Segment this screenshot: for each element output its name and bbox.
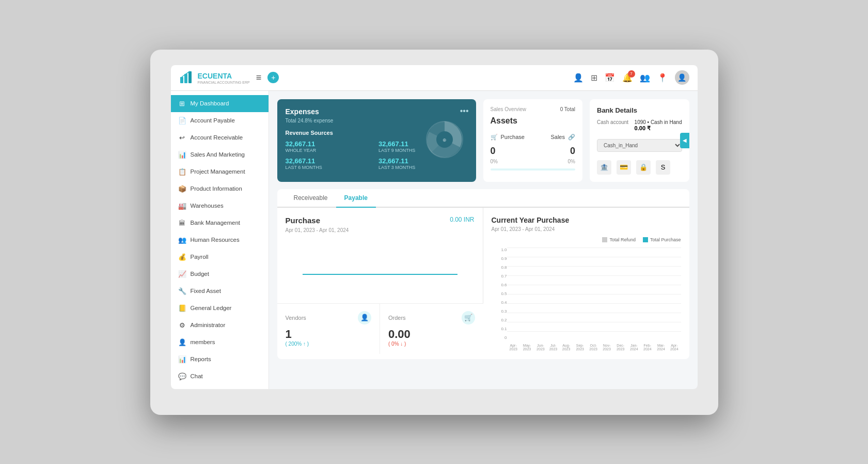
tab-payable[interactable]: Payable — [336, 189, 376, 208]
svg-text:⊕: ⊕ — [443, 137, 447, 143]
orders-card: Orders 🛒 0.00 ( 0% ↓ ) — [380, 303, 483, 354]
users-icon[interactable]: 👥 — [640, 73, 650, 83]
sidebar-item-chat[interactable]: 💬 Chat — [171, 368, 269, 385]
sidebar-item-payroll[interactable]: 💰 Payroll — [171, 249, 269, 266]
grid-icon[interactable]: ⊞ — [591, 73, 597, 83]
content-area: ••• Expenses Total 24.8% expense Revenue… — [269, 91, 698, 389]
grid-line-1 — [507, 248, 681, 248]
legend-purchase: Total Purchase — [643, 237, 681, 242]
purchase-amount: 0.00 INR — [450, 216, 474, 223]
bell-icon[interactable]: 🔔 7 — [622, 73, 633, 83]
sidebar-item-members[interactable]: 👤 members — [171, 334, 269, 351]
bank-amount: 0.00 ₹ — [635, 125, 682, 132]
top-bar: ECUENTA FINANCIAL ACCOUNTING ERP ≡ + 👤 ⊞… — [171, 65, 698, 91]
tabs-header: Receiveable Payable — [277, 189, 689, 208]
expenses-menu[interactable]: ••• — [460, 106, 469, 116]
logo-text: ECUENTA FINANCIAL ACCOUNTING ERP — [198, 71, 250, 84]
tab-receiveable[interactable]: Receiveable — [286, 189, 336, 208]
bank-lock-icon[interactable]: 🔒 — [636, 160, 651, 175]
rev-period-4: LAST 3 MONTHS — [378, 165, 468, 170]
svg-rect-1 — [184, 74, 187, 83]
menu-icon[interactable]: ≡ — [256, 72, 262, 83]
assets-progress-bar — [491, 168, 576, 171]
y-axis: 1.0 0.9 0.8 0.7 0.6 0.5 0.4 0.3 0.2 0. — [492, 248, 507, 341]
grid-line-2 — [507, 257, 681, 257]
rev-value-3: 32,667.11 — [286, 157, 375, 165]
bank-deposit-icon[interactable]: 🏦 — [597, 160, 611, 175]
sidebar-item-administrator[interactable]: ⚙ Administrator — [171, 317, 269, 334]
orders-icon: 🛒 — [462, 311, 475, 324]
sidebar-item-general-ledger[interactable]: 📒 General Ledger — [171, 300, 269, 317]
expand-button[interactable]: ◀ — [680, 133, 689, 148]
vendors-change: ( 200% ↑ ) — [286, 341, 372, 347]
assets-percentages: 0% 0% — [491, 159, 576, 164]
location-icon[interactable]: 📍 — [657, 73, 668, 83]
user-avatar[interactable]: 👤 — [675, 70, 689, 85]
x-axis: Apr-2023 May-2023 Jun-2023 Jul-2023 Aug-… — [507, 344, 681, 351]
cy-title: Current Year Purchase — [492, 216, 681, 224]
top-bar-left: ECUENTA FINANCIAL ACCOUNTING ERP ≡ + — [179, 70, 279, 85]
assets-numbers: 0 0 — [491, 146, 576, 157]
budget-icon: 📈 — [178, 270, 186, 278]
sidebar-item-account-receivable[interactable]: ↩ Account Receivable — [171, 129, 269, 146]
bank-account-select[interactable]: Cash_in_Hand — [597, 139, 682, 152]
bank-icon: 🏛 — [178, 219, 186, 227]
cash-account-label: Cash account — [597, 119, 628, 125]
bank-card: Bank Details Cash account 1090 • Cash in… — [590, 99, 689, 182]
rev-period-1: WHOLE YEAR — [286, 148, 375, 153]
bottom-cards: Vendors 👤 1 ( 200% ↑ ) Orders � — [277, 303, 483, 354]
vendors-value: 1 — [286, 328, 372, 341]
vendors-card: Vendors 👤 1 ( 200% ↑ ) — [277, 303, 381, 354]
admin-icon: ⚙ — [178, 321, 186, 329]
orders-change: ( 0% ↓ ) — [388, 341, 475, 347]
assets-title: Assets — [491, 116, 576, 126]
rev-item-whole-year: 32,667.11 WHOLE YEAR — [286, 140, 375, 153]
screen: ECUENTA FINANCIAL ACCOUNTING ERP ≡ + 👤 ⊞… — [171, 65, 698, 389]
chat-icon: 💬 — [178, 373, 186, 380]
orders-header: Orders 🛒 — [388, 311, 475, 324]
bank-action-icons: 🏦 💳 🔒 S — [597, 160, 682, 175]
assets-sales-label: Sales 🔗 — [550, 134, 575, 141]
sidebar-item-fixed-asset[interactable]: 🔧 Fixed Asset — [171, 283, 269, 300]
sidebar-item-my-dashboard[interactable]: ⊞ My Dashboard — [171, 95, 269, 112]
fixed-asset-icon: 🔧 — [178, 287, 186, 295]
vendors-icon: 👤 — [358, 311, 371, 324]
grid-line-7 — [507, 303, 681, 304]
svg-rect-0 — [180, 77, 183, 83]
orders-value: 0.00 — [388, 328, 475, 341]
sidebar-item-warehouses[interactable]: 🏭 Warehouses — [171, 197, 269, 214]
vendors-label: Vendors — [286, 315, 306, 321]
purchase-num: 0 — [491, 146, 496, 157]
chart-legend: Total Refund Total Purchase — [492, 237, 681, 242]
sidebar-item-reports[interactable]: 📊 Reports — [171, 351, 269, 368]
cy-date: Apr 01, 2023 - Apr 01, 2024 — [492, 226, 681, 232]
add-button[interactable]: + — [267, 72, 279, 83]
calendar-icon[interactable]: 📅 — [605, 73, 615, 83]
orders-label: Orders — [388, 315, 406, 321]
sidebar-item-bank-management[interactable]: 🏛 Bank Management — [171, 214, 269, 231]
link-icon: 🔗 — [568, 134, 575, 141]
warehouse-icon: 🏭 — [178, 202, 186, 210]
main-layout: ⊞ My Dashboard 📄 Account Payable ↩ Accou… — [171, 91, 698, 389]
bank-card-icon[interactable]: 💳 — [617, 160, 631, 175]
tabs-body: Purchase 0.00 INR Apr 01, 2023 - Apr 01,… — [277, 208, 689, 359]
rev-value-1: 32,667.11 — [286, 140, 375, 148]
sidebar-item-project-management[interactable]: 📋 Project Management — [171, 163, 269, 180]
sidebar-item-product-information[interactable]: 📦 Product Information — [171, 180, 269, 197]
product-icon: 📦 — [178, 185, 186, 193]
bank-s-icon[interactable]: S — [656, 160, 670, 175]
sidebar-item-budget[interactable]: 📈 Budget — [171, 266, 269, 283]
sidebar-item-sales-marketing[interactable]: 📊 Sales And Marketing — [171, 146, 269, 163]
cash-account-value: 1090 • Cash in Hand — [635, 119, 682, 125]
dashboard-icon: ⊞ — [178, 100, 186, 107]
assets-card: Sales Overview 0 Total Assets 🛒 Purchase… — [483, 99, 583, 182]
vendors-header: Vendors 👤 — [286, 311, 372, 324]
assets-purchase-label: 🛒 Purchase — [491, 134, 525, 141]
grid-line-8 — [507, 313, 681, 313]
grid-line-5 — [507, 285, 681, 285]
support-icon[interactable]: 👤 — [573, 73, 583, 83]
hr-icon: 👥 — [178, 236, 186, 244]
sidebar-item-human-resources[interactable]: 👥 Human Resources — [171, 231, 269, 249]
sidebar-item-account-payable[interactable]: 📄 Account Payable — [171, 112, 269, 129]
chart-plot — [507, 248, 681, 341]
